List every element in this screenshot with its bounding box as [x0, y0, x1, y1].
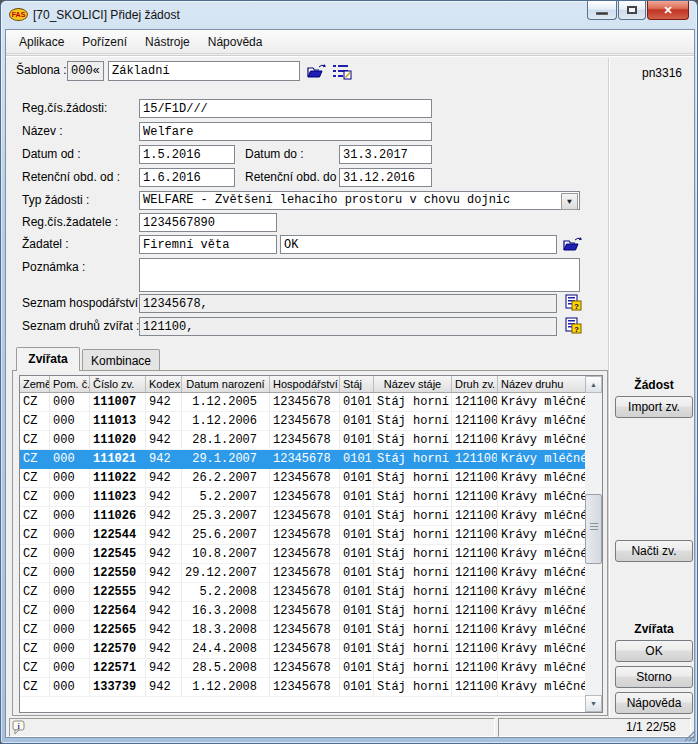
- column-header[interactable]: Název druhu: [498, 376, 586, 392]
- open-template-icon[interactable]: [306, 63, 326, 80]
- tab-kombinace[interactable]: Kombinace: [82, 349, 160, 371]
- table-cell: 0101: [340, 469, 374, 488]
- column-header[interactable]: Datum narození: [182, 376, 270, 392]
- poznamka-label: Poznámka :: [22, 258, 85, 277]
- scrollbar-thumb[interactable]: [585, 494, 602, 564]
- reg-zadatele-field[interactable]: [139, 213, 277, 232]
- table-cell: 29.12.2007: [182, 564, 270, 583]
- menu-napoveda[interactable]: Nápověda: [199, 32, 272, 52]
- table-cell: 1.12.2006: [182, 412, 270, 431]
- column-header[interactable]: Kodex: [146, 376, 182, 392]
- poznamka-textarea[interactable]: [139, 258, 580, 292]
- resize-grip[interactable]: [683, 729, 696, 742]
- table-cell: 000: [50, 526, 90, 545]
- retencni-od-field[interactable]: [139, 168, 235, 187]
- chevron-down-icon[interactable]: ▼: [561, 193, 578, 210]
- column-header[interactable]: Název stáje: [374, 376, 452, 392]
- retencni-do-field[interactable]: [339, 168, 432, 187]
- table-row[interactable]: CZ0001337399421.12.2008123456780101Stáj …: [20, 678, 602, 697]
- table-cell: 942: [146, 545, 182, 564]
- table-cell: Krávy mléčné: [498, 564, 586, 583]
- column-header[interactable]: Stáj: [340, 376, 374, 392]
- ok-button[interactable]: OK: [615, 640, 693, 662]
- column-header[interactable]: Hospodářství: [270, 376, 340, 392]
- nazev-field[interactable]: [139, 122, 432, 141]
- table-row[interactable]: CZ00012257094224.4.2008123456780101Stáj …: [20, 640, 602, 659]
- seznam-hosp-label: Seznam hospodářství :: [22, 294, 145, 313]
- menu-porizeni[interactable]: Pořízení: [73, 32, 136, 52]
- table-cell: 12345678: [270, 564, 340, 583]
- scroll-down-icon[interactable]: ▼: [585, 695, 602, 712]
- template-code-field[interactable]: [67, 61, 104, 81]
- seznam-hosp-field[interactable]: [139, 294, 557, 313]
- table-row[interactable]: CZ00011102294226.2.2007123456780101Stáj …: [20, 469, 602, 488]
- seznam-druhu-field[interactable]: [139, 317, 557, 336]
- column-header[interactable]: Pom. č.: [50, 376, 90, 392]
- help-button[interactable]: Nápověda: [615, 692, 693, 714]
- column-header[interactable]: Číslo zv.: [90, 376, 146, 392]
- cancel-button[interactable]: Storno: [615, 666, 693, 688]
- table-row[interactable]: CZ00012255094229.12.2007123456780101Stáj…: [20, 564, 602, 583]
- table-cell: 121100: [452, 678, 498, 697]
- open-zadatel-icon[interactable]: [562, 236, 582, 253]
- column-header[interactable]: Druh zv.: [452, 376, 498, 392]
- import-animals-button[interactable]: Import zv.: [615, 396, 693, 418]
- minimize-button[interactable]: [587, 1, 617, 20]
- table-cell: CZ: [20, 393, 50, 412]
- tab-zvirata[interactable]: Zvířata: [16, 347, 80, 371]
- reg-zadosti-field[interactable]: [139, 99, 432, 118]
- table-cell: 12345678: [270, 545, 340, 564]
- scroll-up-icon[interactable]: ▲: [585, 376, 602, 393]
- table-row[interactable]: CZ00012254594210.8.2007123456780101Stáj …: [20, 545, 602, 564]
- table-row[interactable]: CZ0001110139421.12.2006123456780101Stáj …: [20, 412, 602, 431]
- table-cell: CZ: [20, 507, 50, 526]
- table-cell: Stáj horní: [374, 450, 452, 469]
- seznam-druhu-list-icon[interactable]: ?: [563, 317, 583, 334]
- table-cell: 111013: [90, 412, 146, 431]
- table-cell: 942: [146, 659, 182, 678]
- table-row[interactable]: CZ00011102194229.1.2007123456780101Stáj …: [20, 450, 602, 469]
- typ-zadosti-value: WELFARE - Zvětšení lehacího prostoru v c…: [143, 193, 510, 207]
- table-cell: 111026: [90, 507, 146, 526]
- menu-aplikace[interactable]: Aplikace: [10, 32, 73, 52]
- table-cell: 000: [50, 507, 90, 526]
- template-list-edit-icon[interactable]: [332, 63, 352, 80]
- table-cell: 122571: [90, 659, 146, 678]
- column-header[interactable]: Země: [20, 376, 50, 392]
- table-row[interactable]: CZ0001225559425.2.2008123456780101Stáj h…: [20, 583, 602, 602]
- table-cell: 121100: [452, 469, 498, 488]
- maximize-button[interactable]: [618, 1, 646, 20]
- user-session-label: pn3316: [642, 66, 682, 80]
- zadatel-name-field[interactable]: [139, 235, 277, 254]
- table-cell: 000: [50, 431, 90, 450]
- close-button[interactable]: ✕: [647, 1, 689, 20]
- title-bar[interactable]: FAS [70_SKOLICI] Přidej žádost ✕: [1, 1, 698, 29]
- typ-zadosti-combobox[interactable]: WELFARE - Zvětšení lehacího prostoru v c…: [139, 191, 580, 210]
- table-row[interactable]: CZ00012257194228.5.2008123456780101Stáj …: [20, 659, 602, 678]
- load-animals-button[interactable]: Načti zv.: [615, 540, 693, 562]
- datum-do-field[interactable]: [339, 145, 432, 164]
- table-cell: 12345678: [270, 507, 340, 526]
- table-row[interactable]: CZ00011102094228.1.2007123456780101Stáj …: [20, 431, 602, 450]
- table-row[interactable]: CZ00012256494216.3.2008123456780101Stáj …: [20, 602, 602, 621]
- table-row[interactable]: CZ00012256594218.3.2008123456780101Stáj …: [20, 621, 602, 640]
- template-name-field[interactable]: [108, 61, 300, 81]
- table-row[interactable]: CZ00012254494225.6.2007123456780101Stáj …: [20, 526, 602, 545]
- status-message-cell: i: [9, 718, 495, 737]
- menu-nastroje[interactable]: Nástroje: [136, 32, 199, 52]
- zadatel-status-field[interactable]: [280, 235, 557, 254]
- table-cell: Krávy mléčné: [498, 583, 586, 602]
- table-cell: 942: [146, 526, 182, 545]
- reg-zadatele-label: Reg.čís.žadatele :: [22, 213, 118, 232]
- table-row[interactable]: CZ0001110239425.2.2007123456780101Stáj h…: [20, 488, 602, 507]
- table-cell: 121100: [452, 412, 498, 431]
- seznam-hosp-list-icon[interactable]: ?: [563, 294, 583, 311]
- table-row[interactable]: CZ0001110079421.12.2005123456780101Stáj …: [20, 393, 602, 412]
- table-cell: 121100: [452, 393, 498, 412]
- table-cell: 0101: [340, 393, 374, 412]
- record-counter: 1/1 22/58: [498, 718, 691, 737]
- table-row[interactable]: CZ00011102694225.3.2007123456780101Stáj …: [20, 507, 602, 526]
- table-cell: Krávy mléčné: [498, 659, 586, 678]
- table-scrollbar[interactable]: ▲ ▼: [585, 376, 602, 712]
- datum-od-field[interactable]: [139, 145, 235, 164]
